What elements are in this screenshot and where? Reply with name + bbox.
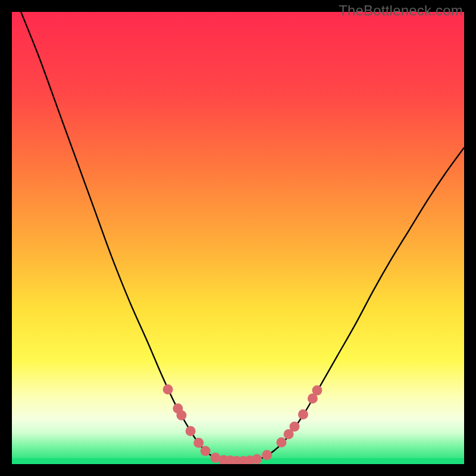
curve-marker <box>298 409 308 419</box>
chart-svg <box>12 12 464 464</box>
curve-marker <box>312 386 322 396</box>
curve-marker <box>252 454 262 464</box>
curve-marker <box>201 446 211 456</box>
curve-marker <box>163 384 173 394</box>
watermark-text: TheBottleneck.com <box>339 2 463 19</box>
curve-marker <box>177 410 187 420</box>
curve-marker <box>186 426 196 436</box>
chart-frame: TheBottleneck.com <box>0 0 476 476</box>
gradient-background <box>12 12 464 464</box>
curve-marker <box>262 450 272 460</box>
curve-marker <box>276 437 286 447</box>
curve-marker <box>290 421 300 431</box>
plot-area <box>12 12 464 464</box>
curve-marker <box>193 438 203 448</box>
